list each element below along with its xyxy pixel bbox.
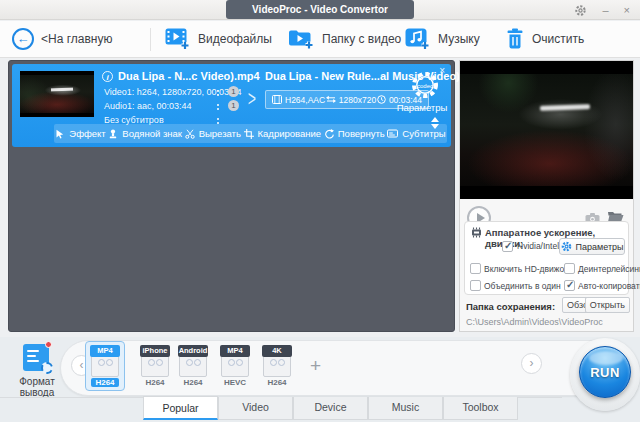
back-home-button[interactable]: ← <На главную xyxy=(12,21,112,57)
hd-engine-label: Включить HD-движок xyxy=(484,264,568,274)
format-gear-icon xyxy=(41,362,53,374)
audio-track-menu-icon[interactable] xyxy=(217,104,219,112)
main-toolbar: ← <На главную Видеофайлы Папку с xyxy=(0,21,640,58)
file-card[interactable]: i Dua Lipa - N...c Video).mp4 Video1: h2… xyxy=(12,64,451,147)
hardware-chip-icon xyxy=(470,227,483,238)
edit-tab-rotate[interactable]: Повернуть xyxy=(324,128,385,139)
tab-music[interactable]: Music xyxy=(368,397,443,420)
format-card-mp4-hevc[interactable]: MP4 HEVC xyxy=(220,345,250,387)
format-card-mp4-h264[interactable]: MP4 H264 xyxy=(90,345,120,387)
resolution-value: 1280x720 xyxy=(339,95,376,105)
merge-checkbox[interactable] xyxy=(470,280,481,291)
format-top-badge: 4K xyxy=(262,345,292,357)
titlebar: VideoProc - Video Convertor – × xyxy=(0,0,640,20)
autocopy-label: Авто-копировать? xyxy=(578,281,640,291)
add-video-folder-label: Папку с видео xyxy=(322,32,401,46)
format-codec-label: H264 xyxy=(262,378,292,387)
back-home-label: <На главную xyxy=(41,32,112,46)
merge-label: Объединить в один xyxy=(484,281,561,291)
remove-file-icon[interactable]: × xyxy=(439,65,445,76)
format-top-badge: iPhone xyxy=(140,345,170,357)
add-video-folder-button[interactable]: Папку с видео xyxy=(288,21,401,57)
autocopy-checkbox[interactable] xyxy=(564,280,575,291)
format-top-badge: Android xyxy=(178,345,208,357)
subtitles-icon xyxy=(387,129,398,139)
scissors-icon xyxy=(185,129,195,139)
clear-list-label: Очистить xyxy=(532,32,584,46)
trash-icon xyxy=(505,28,525,50)
codec-settings-gear-icon[interactable]: codec xyxy=(409,69,441,101)
source-output-chevron-icon: > xyxy=(248,85,256,111)
codec-params-label[interactable]: Параметры xyxy=(393,102,451,113)
video-track-menu-icon[interactable] xyxy=(217,90,219,98)
tab-device[interactable]: Device xyxy=(293,397,368,420)
params-gear-icon xyxy=(561,241,572,252)
edit-tab-watermark[interactable]: Водяной знак xyxy=(108,128,182,139)
notification-dot xyxy=(45,341,52,348)
codec-frame-icon xyxy=(272,95,282,104)
output-format-label: Формат вывода xyxy=(4,376,70,398)
watermark-stamp-icon xyxy=(108,129,118,139)
effect-cursor-icon xyxy=(55,129,65,139)
edit-toolbar: Эффект Водяной знак Вырезать Кадрировани… xyxy=(54,124,447,143)
output-format-button[interactable] xyxy=(23,344,49,371)
save-folder-label: Папка сохранения: xyxy=(466,301,555,312)
format-top-badge: MP4 xyxy=(90,345,120,357)
format-card-iphone-h264[interactable]: iPhone H264 xyxy=(140,345,170,387)
source-file-title: i Dua Lipa - N...c Video).mp4 xyxy=(102,70,260,82)
crop-icon xyxy=(244,129,254,139)
format-top-badge: MP4 xyxy=(220,345,250,357)
deinterlace-checkbox[interactable] xyxy=(564,263,575,274)
edit-tab-subtitles[interactable]: Субтитры xyxy=(387,128,445,139)
output-format-bar: Формат вывода ‹ › MP4 H264 iPhone H264 A… xyxy=(0,337,640,422)
format-codec-label: H264 xyxy=(91,378,119,387)
back-arrow-icon: ← xyxy=(12,28,34,50)
edit-tab-crop[interactable]: Кадрирование xyxy=(244,128,322,139)
video-preview[interactable] xyxy=(460,61,633,199)
save-folder-path: C:\Users\Admin\Videos\VideoProc xyxy=(466,317,603,327)
hw-params-button[interactable]: Параметры xyxy=(559,238,625,255)
add-music-label: Музыку xyxy=(438,32,480,46)
deinterlace-label: Деинтерлейсинг xyxy=(578,264,640,274)
add-music-button[interactable]: Музыку xyxy=(405,21,480,57)
codec-badge-text: codec xyxy=(417,83,433,89)
rotate-icon xyxy=(324,129,334,139)
settings-gear-icon[interactable] xyxy=(574,4,587,17)
tab-popular[interactable]: Popular xyxy=(143,396,218,420)
format-card-4k-h264[interactable]: 4K H264 xyxy=(262,345,292,387)
minimize-button[interactable]: – xyxy=(602,0,608,20)
edit-tab-effect[interactable]: Эффект xyxy=(55,128,105,139)
add-video-files-label: Видеофайлы xyxy=(198,32,272,46)
toolbar-divider xyxy=(150,28,151,51)
format-codec-label: H264 xyxy=(140,378,170,387)
info-icon[interactable]: i xyxy=(102,71,113,82)
tab-toolbox[interactable]: Toolbox xyxy=(443,397,518,420)
video-files-icon xyxy=(165,27,191,51)
music-icon xyxy=(405,27,431,51)
format-codec-label: HEVC xyxy=(220,378,250,387)
format-codec-label: H264 xyxy=(178,378,208,387)
format-card-android-h264[interactable]: Android H264 xyxy=(178,345,208,387)
spinner-up-icon[interactable] xyxy=(431,117,439,122)
audio-track-info: Audio1: aac, 00:03:44 xyxy=(104,101,192,111)
duration-clock-icon xyxy=(377,95,386,104)
hd-engine-checkbox[interactable] xyxy=(470,263,481,274)
run-button[interactable]: RUN xyxy=(579,346,631,398)
preview-panel: Аппаратное ускорение, движки: Nvidia/Int… xyxy=(459,60,634,332)
engine-checkbox[interactable] xyxy=(502,241,513,252)
add-video-files-button[interactable]: Видеофайлы xyxy=(165,21,272,57)
open-button[interactable]: Открыть xyxy=(585,297,630,313)
conversion-options-box: Аппаратное ускорение, движки: Nvidia/Int… xyxy=(464,221,629,295)
video-thumbnail xyxy=(20,71,94,117)
scroll-right-button[interactable]: › xyxy=(521,353,542,374)
audio-track-count-badge: 1 xyxy=(228,100,239,111)
add-format-icon[interactable]: + xyxy=(310,355,321,377)
clear-list-button[interactable]: Очистить xyxy=(505,21,584,57)
window-title: VideoProc - Video Convertor xyxy=(226,0,414,19)
tab-video[interactable]: Video xyxy=(218,397,293,420)
video-track-count-badge: 1 xyxy=(228,86,239,97)
close-button[interactable]: × xyxy=(624,0,630,20)
video-folder-icon xyxy=(288,27,315,51)
edit-tab-cut[interactable]: Вырезать xyxy=(185,128,241,139)
resolution-icon xyxy=(326,95,336,104)
